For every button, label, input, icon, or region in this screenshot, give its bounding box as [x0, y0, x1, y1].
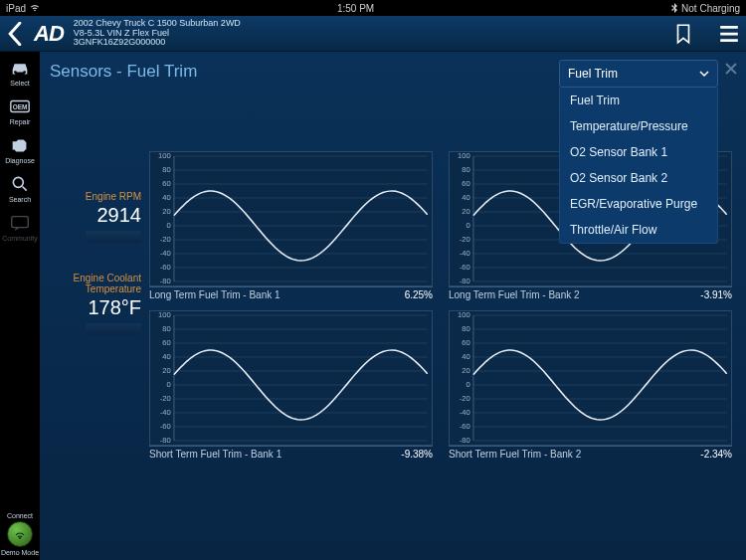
gauge-coolant-temp: Engine Coolant Temperature 178°F: [50, 273, 141, 335]
chevron-down-icon: [699, 69, 709, 79]
sidebar: Select OEM Repair Diagnose Search Commun…: [0, 52, 40, 560]
sidebar-item-repair[interactable]: OEM Repair: [9, 96, 31, 125]
gauge-label: Engine Coolant Temperature: [50, 273, 141, 294]
svg-text:100: 100: [158, 311, 171, 319]
svg-text:100: 100: [158, 152, 171, 160]
chat-icon: [9, 213, 31, 233]
chart-title: Long Term Fuel Trim - Bank 1: [149, 289, 280, 300]
sidebar-item-label: Community: [2, 235, 37, 242]
chart-plot: 100806040200-20-40-60-80: [149, 310, 433, 446]
status-carrier: iPad: [6, 3, 26, 14]
svg-text:-60: -60: [460, 263, 470, 272]
vehicle-info: 2002 Chevy Truck C 1500 Suburban 2WD V8-…: [74, 19, 241, 49]
gauge-sparkline: [86, 231, 141, 243]
status-battery: Not Charging: [681, 3, 740, 14]
svg-text:-40: -40: [160, 408, 171, 417]
chart-current-value: -3.91%: [700, 289, 732, 300]
svg-text:80: 80: [462, 324, 469, 333]
svg-text:20: 20: [162, 366, 170, 375]
sidebar-item-label: Select: [10, 80, 29, 87]
dropdown-item[interactable]: O2 Sensor Bank 1: [560, 139, 717, 165]
sidebar-item-label: Search: [9, 196, 31, 203]
status-bar: iPad 1:50 PM Not Charging: [0, 0, 746, 16]
dropdown-item[interactable]: O2 Sensor Bank 2: [560, 165, 717, 191]
svg-text:100: 100: [458, 311, 470, 319]
svg-text:20: 20: [462, 366, 469, 375]
svg-text:80: 80: [162, 324, 170, 333]
svg-text:-60: -60: [160, 422, 171, 431]
svg-text:60: 60: [162, 179, 170, 188]
chart-current-value: -2.34%: [700, 449, 732, 460]
svg-text:-20: -20: [460, 235, 470, 244]
menu-icon[interactable]: [718, 23, 740, 45]
svg-text:OEM: OEM: [13, 103, 28, 110]
svg-text:-40: -40: [460, 408, 470, 417]
app-logo: AD: [34, 21, 64, 47]
svg-rect-5: [12, 217, 29, 228]
gauge-value: 178°F: [50, 296, 141, 319]
svg-text:-80: -80: [160, 277, 171, 285]
status-time: 1:50 PM: [40, 3, 671, 14]
svg-text:-20: -20: [160, 394, 171, 403]
svg-point-1: [23, 71, 26, 74]
svg-text:0: 0: [466, 221, 469, 230]
svg-text:60: 60: [462, 179, 469, 188]
close-icon[interactable]: [724, 62, 738, 76]
dropdown-item[interactable]: Temperature/Pressure: [560, 113, 717, 139]
svg-point-0: [14, 71, 17, 74]
chart-title: Long Term Fuel Trim - Bank 2: [449, 289, 580, 300]
gauge-engine-rpm: Engine RPM 2914: [50, 191, 141, 243]
sidebar-item-select[interactable]: Select: [9, 58, 31, 87]
svg-text:40: 40: [462, 193, 469, 202]
sidebar-item-label: Repair: [10, 118, 31, 125]
bookmark-icon[interactable]: [672, 23, 694, 45]
dropdown-item[interactable]: EGR/Evaporative Purge: [560, 191, 717, 217]
svg-text:40: 40: [162, 352, 170, 361]
svg-text:60: 60: [162, 338, 170, 347]
sidebar-item-community[interactable]: Community: [2, 213, 37, 242]
svg-text:-20: -20: [460, 394, 470, 403]
sidebar-item-diagnose[interactable]: Diagnose: [5, 135, 35, 164]
chart-current-value: -9.38%: [401, 449, 433, 460]
oem-icon: OEM: [9, 96, 31, 116]
chart-title: Short Term Fuel Trim - Bank 1: [149, 449, 281, 460]
svg-text:-80: -80: [460, 436, 470, 445]
content-panel: Sensors - Fuel Trim Fuel Trim Fuel Trim …: [40, 52, 746, 560]
svg-text:-80: -80: [460, 277, 470, 285]
svg-text:-80: -80: [160, 436, 171, 445]
wifi-icon: [30, 4, 40, 12]
vehicle-line3: 3GNFK16Z92G000000: [74, 38, 241, 48]
sidebar-item-search[interactable]: Search: [9, 174, 31, 203]
svg-text:-40: -40: [460, 249, 470, 258]
chart-current-value: 6.25%: [405, 289, 433, 300]
svg-text:0: 0: [466, 380, 469, 389]
search-icon: [9, 174, 31, 194]
svg-point-4: [13, 177, 23, 187]
gauge-value: 2914: [50, 204, 141, 227]
svg-text:20: 20: [162, 207, 170, 216]
svg-text:40: 40: [462, 352, 469, 361]
svg-text:100: 100: [458, 152, 470, 160]
svg-text:-20: -20: [160, 235, 171, 244]
dropdown-item[interactable]: Fuel Trim: [560, 88, 717, 113]
chart-plot: 100806040200-20-40-60-80: [149, 151, 433, 286]
svg-text:0: 0: [166, 380, 170, 389]
car-icon: [9, 58, 31, 78]
bluetooth-icon: [671, 3, 677, 13]
demo-mode-label: Demo Mode: [1, 549, 39, 556]
chart-title: Short Term Fuel Trim - Bank 2: [449, 449, 581, 460]
svg-text:0: 0: [166, 221, 170, 230]
back-button[interactable]: [6, 22, 24, 46]
svg-text:80: 80: [162, 165, 170, 174]
svg-text:80: 80: [462, 165, 469, 174]
sensor-group-dropdown[interactable]: Fuel Trim Fuel Trim Temperature/Pressure…: [559, 60, 718, 244]
chart-cell: 100806040200-20-40-60-80 Short Term Fuel…: [149, 310, 433, 460]
gauge-label: Engine RPM: [50, 191, 141, 202]
svg-text:40: 40: [162, 193, 170, 202]
dropdown-item[interactable]: Throttle/Air Flow: [560, 217, 717, 243]
svg-text:60: 60: [462, 338, 469, 347]
chart-cell: 100806040200-20-40-60-80 Short Term Fuel…: [449, 310, 732, 460]
svg-point-6: [19, 537, 21, 539]
svg-text:20: 20: [462, 207, 469, 216]
connect-button[interactable]: Connect Demo Mode: [1, 512, 39, 556]
